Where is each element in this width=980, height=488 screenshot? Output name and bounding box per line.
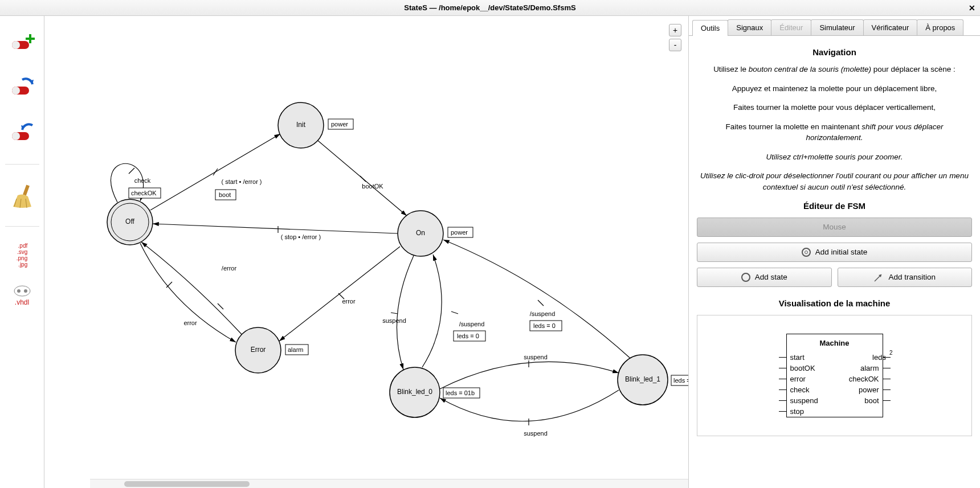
svg-text:/error: /error — [222, 265, 237, 272]
svg-text:leds = 0: leds = 0 — [533, 322, 556, 329]
state-error[interactable]: Erroralarm — [235, 327, 308, 373]
tab-simulateur[interactable]: Simulateur — [811, 19, 863, 35]
save-file-icon — [9, 120, 36, 147]
new-file-icon — [9, 28, 36, 56]
svg-point-14 — [14, 286, 30, 296]
svg-text:Blink_led_0: Blink_led_0 — [397, 388, 432, 396]
help-text-4: Faites tourner la molette en maintenant … — [697, 121, 972, 143]
zoom-out-button[interactable]: - — [669, 39, 681, 51]
svg-text:( stop • /error ): ( stop • /error ) — [281, 233, 321, 240]
svg-line-35 — [391, 313, 398, 314]
state-init[interactable]: Initpower — [278, 102, 353, 148]
tab-verificateur[interactable]: Vérificateur — [863, 19, 918, 35]
help-text-3: Faites tourner la molette pour vous dépl… — [697, 102, 972, 113]
svg-text:suspend: suspend — [524, 430, 548, 437]
machine-title: Machine — [787, 334, 883, 352]
svg-text:bootOK: bootOK — [362, 183, 383, 190]
add-initial-state-button[interactable]: Add initial state — [697, 243, 972, 262]
svg-text:/suspend: /suspend — [530, 310, 556, 317]
state-blink1[interactable]: Blink_led_1leds = 10b — [618, 355, 688, 405]
svg-line-37 — [451, 311, 458, 314]
transition-icon — [873, 272, 884, 282]
svg-text:alarm: alarm — [288, 346, 304, 353]
svg-text:check: check — [134, 177, 151, 184]
new-file-button[interactable] — [7, 27, 37, 57]
help-text-2: Appuyez et maintenez la molette pour un … — [697, 83, 972, 95]
tab-apropos[interactable]: À propos — [917, 19, 963, 35]
broom-icon — [9, 182, 36, 209]
help-text-6: Utilisez le clic-droit pour déselectionn… — [697, 170, 972, 192]
svg-text:leds = 0: leds = 0 — [457, 333, 479, 339]
separator — [5, 226, 39, 227]
svg-line-21 — [213, 169, 218, 175]
svg-text:error: error — [342, 298, 356, 305]
save-file-button[interactable] — [7, 118, 37, 148]
separator — [5, 164, 39, 165]
svg-rect-5 — [12, 87, 20, 95]
chip-icon — [11, 284, 34, 298]
svg-line-41 — [538, 300, 544, 306]
tabs: Outils Signaux Éditeur Simulateur Vérifi… — [689, 16, 980, 36]
svg-text:Off: Off — [125, 218, 134, 225]
nav-heading: Navigation — [697, 47, 972, 57]
title-bar: StateS — /home/epok__/dev/StateS/Demo.Sf… — [0, 0, 980, 16]
svg-text:boot: boot — [219, 191, 231, 198]
export-vhdl-label: .vhdl — [15, 298, 29, 306]
svg-point-15 — [17, 289, 21, 293]
tab-outils[interactable]: Outils — [692, 20, 728, 36]
export-image-label: .pdf .svg .png .jpg — [17, 243, 27, 268]
mouse-tool-button[interactable]: Mouse — [697, 218, 972, 237]
help-text-1: Utilisez le bouton central de la souris … — [697, 64, 972, 75]
svg-line-17 — [129, 168, 134, 174]
open-file-icon — [9, 74, 36, 101]
svg-text:Init: Init — [296, 121, 306, 129]
svg-line-31 — [218, 304, 223, 309]
export-image-button[interactable]: .pdf .svg .png .jpg — [7, 243, 37, 268]
svg-text:suspend: suspend — [524, 354, 548, 360]
tab-signaux[interactable]: Signaux — [728, 19, 771, 35]
state-on[interactable]: Onpower — [398, 211, 473, 256]
svg-rect-1 — [12, 41, 20, 49]
clear-button[interactable] — [7, 181, 37, 210]
state-blink0[interactable]: Blink_led_0leds = 01b — [390, 367, 480, 417]
svg-line-25 — [360, 176, 366, 182]
svg-text:error: error — [183, 319, 197, 326]
editor-heading: Éditeur de FSM — [697, 201, 972, 211]
help-text-5: Utilisez ctrl+molette souris pour zoomer… — [697, 151, 972, 163]
svg-text:Blink_led_1: Blink_led_1 — [625, 375, 660, 383]
machine-box: Machine startleds2bootOKalarmerrorcheckO… — [786, 334, 883, 417]
svg-text:On: On — [416, 229, 425, 237]
right-panel: Outils Signaux Éditeur Simulateur Vérifi… — [688, 16, 980, 488]
svg-text:/suspend: /suspend — [459, 321, 485, 327]
svg-text:leds = 10b: leds = 10b — [673, 377, 688, 384]
svg-rect-10 — [23, 185, 30, 196]
svg-text:leds = 01b: leds = 01b — [446, 389, 475, 396]
viz-heading: Visualisation de la machine — [697, 298, 972, 308]
initial-state-icon — [802, 248, 811, 257]
window-title: StateS — /home/epok__/dev/StateS/Demo.Sf… — [404, 3, 575, 12]
svg-rect-8 — [12, 132, 20, 140]
svg-line-29 — [166, 282, 172, 288]
horizontal-scrollbar[interactable] — [90, 479, 688, 488]
add-transition-button[interactable]: Add transition — [838, 268, 973, 287]
svg-text:suspend: suspend — [382, 317, 406, 324]
state-off[interactable]: Off — [107, 199, 153, 245]
export-vhdl-button[interactable]: .vhdl — [7, 284, 37, 306]
svg-text:( start • /error ): ( start • /error ) — [221, 178, 262, 185]
svg-text:power: power — [331, 121, 348, 128]
svg-point-16 — [24, 289, 27, 293]
close-icon[interactable]: ✕ — [969, 3, 975, 13]
svg-text:power: power — [451, 229, 468, 236]
left-toolbar: .pdf .svg .png .jpg .vhdl — [0, 16, 44, 488]
open-file-button[interactable] — [7, 73, 37, 102]
zoom-in-button[interactable]: + — [669, 24, 681, 36]
svg-text:Error: Error — [251, 346, 266, 354]
fsm-canvas[interactable]: check checkOK ( start • /error ) boot bo… — [44, 16, 688, 488]
add-state-button[interactable]: Add state — [697, 268, 832, 287]
state-icon — [741, 273, 750, 282]
svg-text:checkOK: checkOK — [131, 190, 157, 196]
tab-editeur[interactable]: Éditeur — [771, 19, 811, 35]
